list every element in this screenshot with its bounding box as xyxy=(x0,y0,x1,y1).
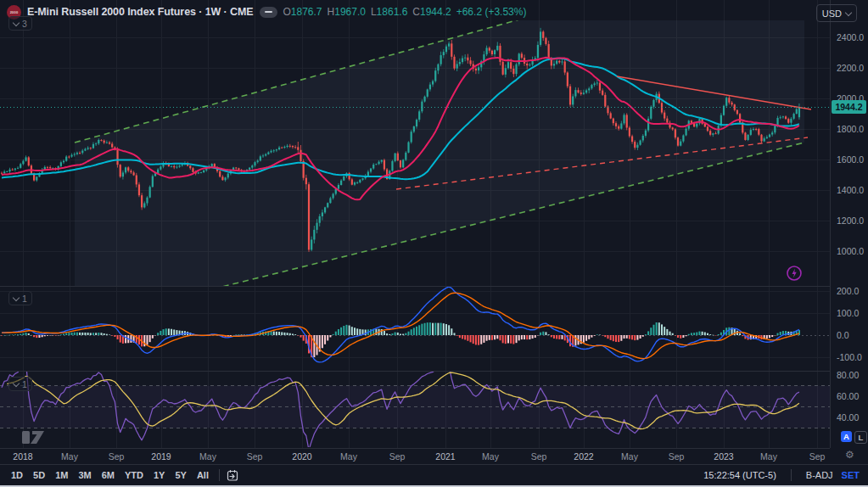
main-pane-legend[interactable]: 3 xyxy=(8,16,32,31)
time-tick-2023: 2023 xyxy=(714,451,733,462)
time-tick-may: May xyxy=(199,451,216,462)
toolbar-divider xyxy=(219,469,220,481)
range-button-ytd[interactable]: YTD xyxy=(120,468,148,482)
open-value: 1876.7 xyxy=(291,6,322,18)
currency-value: USD xyxy=(822,8,842,19)
range-button-1d[interactable]: 1D xyxy=(7,468,27,482)
boost-lightning-icon[interactable] xyxy=(786,265,803,282)
price-tick: 2200.0 xyxy=(837,63,864,73)
range-button-5d[interactable]: 5D xyxy=(29,468,49,482)
time-tick-may: May xyxy=(61,451,78,462)
auto-scale-button[interactable]: A xyxy=(841,431,852,442)
time-tick-may: May xyxy=(760,451,777,462)
price-tick: 1400.0 xyxy=(837,185,864,195)
currency-dropdown[interactable]: USD xyxy=(816,4,857,22)
time-tick-may: May xyxy=(621,451,638,462)
time-tick-sep: Sep xyxy=(109,451,125,462)
adjustment-toggle[interactable]: B-ADJ xyxy=(806,470,833,480)
macd-axis-tick: 200.0 xyxy=(837,286,859,296)
range-button-6m[interactable]: 6M xyxy=(98,468,119,482)
main-pane-indicator-count: 3 xyxy=(22,19,27,29)
time-tick-sep: Sep xyxy=(531,451,547,462)
rsi-axis-tick: 80.00 xyxy=(837,370,859,380)
price-tick: 2400.0 xyxy=(837,32,864,42)
session-toggle[interactable]: SET xyxy=(842,470,860,480)
time-tick-2018: 2018 xyxy=(13,451,32,462)
price-tick: 1200.0 xyxy=(837,216,864,226)
price-tick: 1600.0 xyxy=(837,154,864,165)
time-tick-may: May xyxy=(340,451,357,462)
range-button-all[interactable]: All xyxy=(193,468,213,482)
toolbar-divider xyxy=(791,469,792,481)
session-clock[interactable]: 15:22:54 (UTC-5) xyxy=(703,470,776,480)
symbol-title[interactable]: E-Mini Russell 2000 Index Futures · 1W ·… xyxy=(27,6,254,18)
chevron-down-icon xyxy=(845,8,852,15)
rsi-axis-tick: 60.00 xyxy=(837,391,859,401)
time-tick-sep: Sep xyxy=(389,451,406,462)
rsi-pane-legend[interactable]: 1 xyxy=(8,377,32,391)
range-button-5y[interactable]: 5Y xyxy=(171,468,190,482)
chevron-down-icon xyxy=(13,379,20,386)
chevron-down-icon xyxy=(13,19,20,25)
change-value: +66.2 (+3.53%) xyxy=(456,6,527,18)
chevron-down-icon xyxy=(13,294,20,300)
range-button-1y[interactable]: 1Y xyxy=(149,468,169,482)
range-button-1m[interactable]: 1M xyxy=(51,468,72,482)
macd-pane-legend[interactable]: 1 xyxy=(8,291,32,305)
low-label: L xyxy=(371,6,377,18)
range-buttons: 1D5D1M3M6MYTD1Y5YAll xyxy=(0,468,213,482)
tradingview-chart-window: 2000 E-Mini Russell 2000 Index Futures ·… xyxy=(0,0,868,487)
axis-settings-gear-icon[interactable]: ⚙ xyxy=(845,450,854,460)
price-tick: 1000.0 xyxy=(837,246,864,256)
time-tick-may: May xyxy=(482,451,499,462)
time-tick-2022: 2022 xyxy=(574,451,593,462)
time-axis[interactable]: 2018MaySep2019MaySep2020MaySep2021MaySep… xyxy=(0,448,830,465)
price-tick: 1800.0 xyxy=(837,124,864,134)
close-label: C xyxy=(412,6,420,18)
macd-axis-tick: 100.0 xyxy=(837,308,859,318)
tradingview-logo[interactable] xyxy=(21,427,67,447)
minus-pill-icon[interactable] xyxy=(260,7,277,18)
macd-indicator-count: 1 xyxy=(22,294,27,304)
macd-axis-tick: 0.0 xyxy=(837,330,849,340)
ohlc-readout: O1876.7 H1967.0 L1861.6 C1944.2 +66.2 (+… xyxy=(283,6,527,18)
main-chart-canvas[interactable] xyxy=(0,0,830,448)
time-tick-2019: 2019 xyxy=(151,451,171,462)
time-tick-sep: Sep xyxy=(669,451,685,462)
high-value: 1967.0 xyxy=(334,6,366,18)
time-tick-sep: Sep xyxy=(809,451,826,462)
last-price-badge: 1944.2 xyxy=(832,100,866,114)
time-tick-2021: 2021 xyxy=(435,451,455,462)
rsi-axis-tick: 40.00 xyxy=(837,412,859,423)
range-button-3m[interactable]: 3M xyxy=(74,468,95,482)
high-label: H xyxy=(328,6,335,18)
symbol-header: 2000 E-Mini Russell 2000 Index Futures ·… xyxy=(7,4,526,20)
open-label: O xyxy=(283,6,291,18)
time-tick-2020: 2020 xyxy=(292,451,311,462)
low-value: 1861.6 xyxy=(377,6,408,18)
go-to-date-icon[interactable] xyxy=(226,469,238,482)
log-scale-button[interactable]: L xyxy=(854,431,867,444)
price-axis[interactable]: 2400.02200.02000.01800.01600.01400.01200… xyxy=(830,0,868,448)
macd-axis-tick: -100.0 xyxy=(837,352,862,362)
rsi-indicator-count: 1 xyxy=(22,379,27,389)
bottom-toolbar: 1D5D1M3M6MYTD1Y5YAll 15:22:54 (UTC-5) B-… xyxy=(0,464,868,485)
close-value: 1944.2 xyxy=(420,6,451,18)
time-tick-sep: Sep xyxy=(247,451,263,462)
symbol-logo-text: 2000 xyxy=(10,10,19,14)
